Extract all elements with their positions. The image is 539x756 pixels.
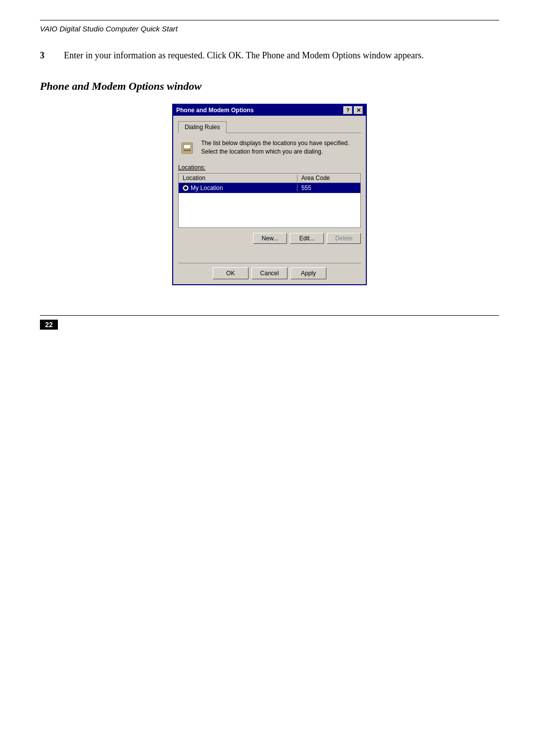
phone-svg: [180, 141, 195, 156]
table-header-row: Location Area Code: [179, 174, 360, 183]
apply-button[interactable]: Apply: [290, 267, 326, 279]
page-number-bar: 22: [40, 320, 499, 330]
dialog-controls: ? ✕: [343, 106, 363, 114]
svg-rect-2: [184, 150, 186, 151]
edit-button[interactable]: Edit...: [290, 233, 324, 244]
cancel-button[interactable]: Cancel: [252, 267, 287, 279]
phone-modem-dialog: Phone and Modem Options ? ✕ Dialing Rule…: [172, 104, 367, 285]
dialog-actions: OK Cancel Apply: [178, 263, 361, 279]
dialog-wrapper: Phone and Modem Options ? ✕ Dialing Rule…: [40, 104, 499, 285]
page-header: VAIO Digital Studio Computer Quick Start: [40, 24, 499, 33]
areacode-cell: 555: [297, 185, 360, 191]
svg-rect-1: [184, 145, 191, 149]
location-cell: My Location: [179, 185, 297, 191]
phone-icon: [178, 139, 196, 157]
radio-cell: My Location: [183, 185, 293, 191]
step-text: Enter in your information as requested. …: [64, 49, 424, 62]
dialog-body: Dialing Rules The list bel: [173, 116, 366, 284]
bottom-rule: [40, 315, 499, 316]
dialog-title: Phone and Modem Options: [176, 107, 254, 114]
radio-dot-inner: [184, 187, 187, 189]
step-number: 3: [40, 49, 52, 62]
tab-dialing-rules[interactable]: Dialing Rules: [178, 121, 227, 133]
page: VAIO Digital Studio Computer Quick Start…: [0, 0, 539, 756]
location-name: My Location: [191, 185, 223, 191]
table-row[interactable]: My Location 555: [179, 183, 360, 193]
top-rule: [40, 20, 499, 20]
dialog-titlebar: Phone and Modem Options ? ✕: [173, 105, 366, 116]
svg-rect-4: [189, 150, 191, 151]
page-number: 22: [40, 320, 58, 330]
help-button[interactable]: ?: [343, 106, 352, 114]
delete-button[interactable]: Delete: [327, 233, 361, 244]
info-text: The list below displays the locations yo…: [201, 139, 361, 156]
close-button[interactable]: ✕: [354, 106, 363, 114]
svg-rect-3: [186, 150, 188, 151]
locations-label: Locations:: [178, 164, 361, 171]
locations-button-row: New... Edit... Delete: [178, 233, 361, 244]
locations-table-area: Location Area Code My Location: [178, 173, 361, 228]
col-areacode-header: Area Code: [297, 175, 360, 182]
section-heading: Phone and Modem Options window: [40, 80, 499, 93]
dialog-bottom-space: [178, 252, 361, 261]
dialog-info: The list below displays the locations yo…: [178, 139, 361, 157]
new-button[interactable]: New...: [253, 233, 287, 244]
ok-button[interactable]: OK: [213, 267, 249, 279]
radio-icon: [183, 185, 189, 191]
col-location-header: Location: [179, 175, 297, 182]
step-paragraph: 3 Enter in your information as requested…: [40, 49, 499, 62]
tab-bar: Dialing Rules: [178, 121, 361, 133]
